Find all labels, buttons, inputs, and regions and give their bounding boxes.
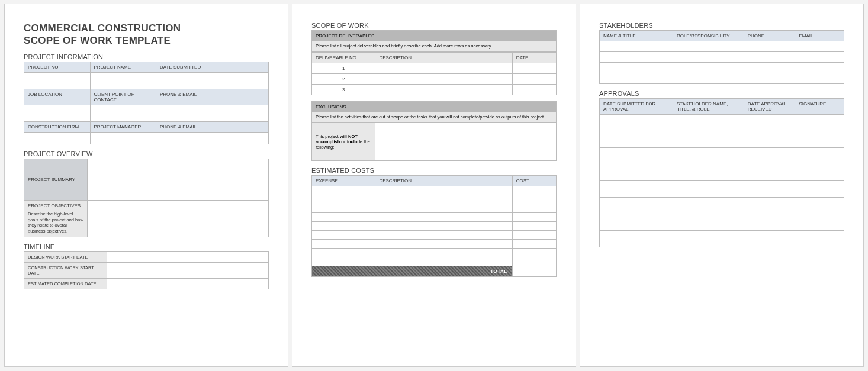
input-project-name[interactable] <box>90 72 156 89</box>
appr-sig-4[interactable] <box>795 164 844 181</box>
input-client-contact[interactable] <box>90 105 156 121</box>
appr-recv-8[interactable] <box>744 231 795 247</box>
input-job-location[interactable] <box>24 105 91 121</box>
appr-name-1[interactable] <box>673 115 744 131</box>
appr-sig-7[interactable] <box>795 214 844 231</box>
cost-desc-9[interactable] <box>375 257 512 266</box>
appr-name-4[interactable] <box>673 164 744 181</box>
stake-email-4[interactable] <box>795 73 844 84</box>
deliv-date-1[interactable] <box>512 63 556 73</box>
appr-name-8[interactable] <box>673 231 744 247</box>
stake-phone-4[interactable] <box>744 73 795 84</box>
cost-val-5[interactable] <box>512 221 556 230</box>
exclusions-input[interactable] <box>375 123 556 160</box>
input-construction-firm[interactable] <box>24 132 91 144</box>
cost-val-7[interactable] <box>512 239 556 248</box>
total-value[interactable] <box>512 266 556 276</box>
appr-date-5[interactable] <box>600 181 673 198</box>
stake-role-2[interactable] <box>673 52 744 63</box>
cost-expense-5[interactable] <box>312 221 375 230</box>
appr-recv-3[interactable] <box>744 148 795 164</box>
appr-sig-5[interactable] <box>795 181 844 198</box>
cost-expense-7[interactable] <box>312 239 375 248</box>
appr-sig-8[interactable] <box>795 231 844 247</box>
appr-date-7[interactable] <box>600 214 673 231</box>
input-project-no[interactable] <box>24 72 91 89</box>
input-project-objectives[interactable] <box>88 200 269 237</box>
appr-sig-6[interactable] <box>795 198 844 214</box>
deliv-desc-3[interactable] <box>375 84 512 95</box>
appr-sig-3[interactable] <box>795 148 844 164</box>
cost-desc-4[interactable] <box>375 212 512 221</box>
appr-name-6[interactable] <box>673 198 744 214</box>
input-construction-start[interactable] <box>107 262 269 278</box>
cost-expense-8[interactable] <box>312 248 375 257</box>
stake-name-2[interactable] <box>600 52 673 63</box>
cost-val-6[interactable] <box>512 230 556 239</box>
deliv-desc-1[interactable] <box>375 63 512 73</box>
cost-expense-9[interactable] <box>312 257 375 266</box>
cost-desc-6[interactable] <box>375 230 512 239</box>
cost-val-8[interactable] <box>512 248 556 257</box>
cost-expense-6[interactable] <box>312 230 375 239</box>
stake-phone-3[interactable] <box>744 63 795 73</box>
label-project-name: PROJECT NAME <box>90 62 156 72</box>
appr-name-5[interactable] <box>673 181 744 198</box>
input-design-start[interactable] <box>107 251 269 262</box>
stake-email-3[interactable] <box>795 63 844 73</box>
appr-name-2[interactable] <box>673 131 744 148</box>
cost-expense-2[interactable] <box>312 195 375 204</box>
stake-role-1[interactable] <box>673 41 744 52</box>
cost-desc-8[interactable] <box>375 248 512 257</box>
input-completion-date[interactable] <box>107 278 269 289</box>
input-phone-email-2[interactable] <box>156 132 269 144</box>
cost-expense-4[interactable] <box>312 212 375 221</box>
cost-desc-1[interactable] <box>375 186 512 195</box>
input-project-summary[interactable] <box>88 159 269 200</box>
appr-date-6[interactable] <box>600 198 673 214</box>
appr-name-7[interactable] <box>673 214 744 231</box>
appr-date-2[interactable] <box>600 131 673 148</box>
appr-recv-6[interactable] <box>744 198 795 214</box>
cost-val-2[interactable] <box>512 195 556 204</box>
input-phone-email-1[interactable] <box>156 105 269 121</box>
appr-recv-7[interactable] <box>744 214 795 231</box>
appr-date-1[interactable] <box>600 115 673 131</box>
section-timeline: TIMELINE <box>24 243 269 250</box>
deliv-date-3[interactable] <box>512 84 556 95</box>
cost-val-9[interactable] <box>512 257 556 266</box>
appr-recv-5[interactable] <box>744 181 795 198</box>
cost-desc-7[interactable] <box>375 239 512 248</box>
cost-desc-3[interactable] <box>375 204 512 212</box>
appr-name-3[interactable] <box>673 148 744 164</box>
stake-role-4[interactable] <box>673 73 744 84</box>
appr-recv-1[interactable] <box>744 115 795 131</box>
deliv-date-2[interactable] <box>512 73 556 84</box>
appr-sig-1[interactable] <box>795 115 844 131</box>
appr-date-3[interactable] <box>600 148 673 164</box>
stake-phone-2[interactable] <box>744 52 795 63</box>
cost-expense-3[interactable] <box>312 204 375 212</box>
stake-email-2[interactable] <box>795 52 844 63</box>
stake-name-1[interactable] <box>600 41 673 52</box>
label-construction-firm: CONSTRUCTION FIRM <box>24 121 91 132</box>
appr-date-4[interactable] <box>600 164 673 181</box>
stake-name-3[interactable] <box>600 63 673 73</box>
stake-role-3[interactable] <box>673 63 744 73</box>
cost-expense-1[interactable] <box>312 186 375 195</box>
cost-desc-2[interactable] <box>375 195 512 204</box>
stake-name-4[interactable] <box>600 73 673 84</box>
cost-val-4[interactable] <box>512 212 556 221</box>
input-date-submitted[interactable] <box>156 72 269 89</box>
stake-email-1[interactable] <box>795 41 844 52</box>
appr-sig-2[interactable] <box>795 131 844 148</box>
stake-phone-1[interactable] <box>744 41 795 52</box>
cost-val-1[interactable] <box>512 186 556 195</box>
appr-recv-2[interactable] <box>744 131 795 148</box>
cost-val-3[interactable] <box>512 204 556 212</box>
deliv-desc-2[interactable] <box>375 73 512 84</box>
input-project-manager[interactable] <box>90 132 156 144</box>
appr-recv-4[interactable] <box>744 164 795 181</box>
appr-date-8[interactable] <box>600 231 673 247</box>
cost-desc-5[interactable] <box>375 221 512 230</box>
